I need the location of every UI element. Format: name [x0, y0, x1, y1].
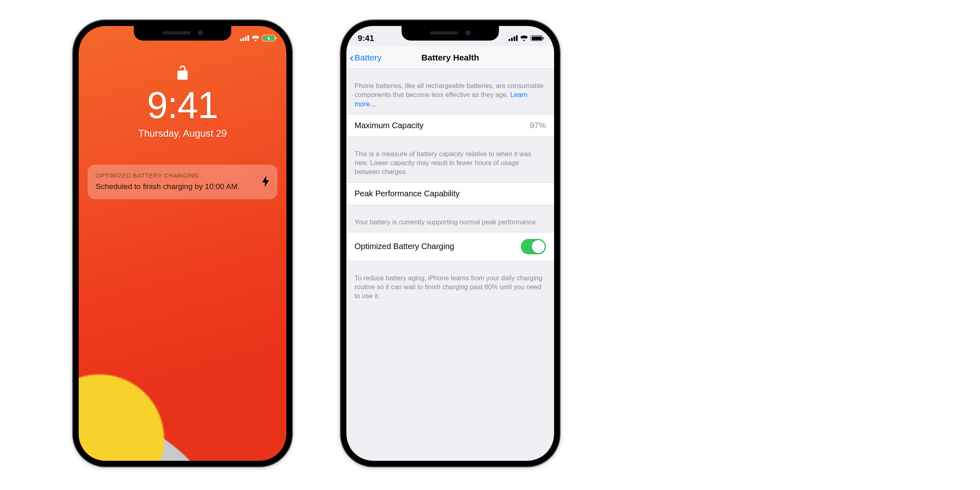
- volume-down-button: [73, 168, 73, 200]
- battery-charging-icon: [262, 35, 275, 41]
- volume-up-button: [73, 127, 73, 160]
- battery-full-icon: [531, 35, 543, 41]
- status-time: 9:41: [358, 34, 390, 43]
- optimized-charging-row: Optimized Battery Charging: [346, 232, 554, 261]
- maximum-capacity-note: This is a measure of battery capacity re…: [346, 137, 554, 182]
- wifi-icon: [251, 35, 260, 41]
- side-power-button: [559, 131, 560, 180]
- maximum-capacity-value: 97%: [530, 121, 546, 130]
- lock-time: 9:41: [147, 86, 218, 124]
- volume-up-button: [341, 127, 341, 160]
- notification-title: OPTIMIZED BATTERY CHARGING: [96, 172, 269, 179]
- page-title: Battery Health: [421, 53, 479, 62]
- silence-switch: [341, 95, 341, 112]
- iphone-settings-battery-health: 9:41 ‹ Battery Battery Health Phone batt…: [341, 20, 560, 466]
- maximum-capacity-row[interactable]: Maximum Capacity 97%: [346, 114, 554, 137]
- wifi-icon: [520, 35, 528, 41]
- back-button[interactable]: ‹ Battery: [350, 46, 382, 69]
- optimized-charging-note: To reduce battery aging, iPhone learns f…: [346, 261, 554, 306]
- cellular-signal-icon: [509, 35, 518, 41]
- maximum-capacity-label: Maximum Capacity: [355, 121, 423, 130]
- nav-bar: ‹ Battery Battery Health: [346, 46, 554, 69]
- charging-notification[interactable]: OPTIMIZED BATTERY CHARGING Scheduled to …: [88, 165, 277, 199]
- peak-performance-row[interactable]: Peak Performance Capability: [346, 182, 554, 205]
- peak-performance-label: Peak Performance Capability: [355, 189, 460, 198]
- unlock-icon: [176, 64, 189, 81]
- cellular-signal-icon: [240, 35, 249, 41]
- iphone-lockscreen: 9:41 Thursday, August 29 OPTIMIZED BATTE…: [73, 20, 292, 466]
- notification-body: Scheduled to finish charging by 10:00 AM…: [96, 182, 269, 191]
- device-notch: [134, 26, 231, 41]
- bolt-icon: [262, 176, 269, 189]
- peak-performance-note: Your battery is currently supporting nor…: [346, 205, 554, 232]
- back-label: Battery: [355, 53, 382, 62]
- optimized-charging-label: Optimized Battery Charging: [355, 242, 454, 251]
- device-notch: [402, 26, 499, 41]
- intro-note: Phone batteries, like all rechargeable b…: [346, 69, 554, 114]
- silence-switch: [73, 95, 73, 112]
- volume-down-button: [341, 168, 341, 200]
- lock-date: Thursday, August 29: [138, 128, 227, 139]
- chevron-left-icon: ‹: [350, 52, 354, 64]
- optimized-charging-toggle[interactable]: [521, 239, 546, 254]
- side-power-button: [292, 131, 292, 180]
